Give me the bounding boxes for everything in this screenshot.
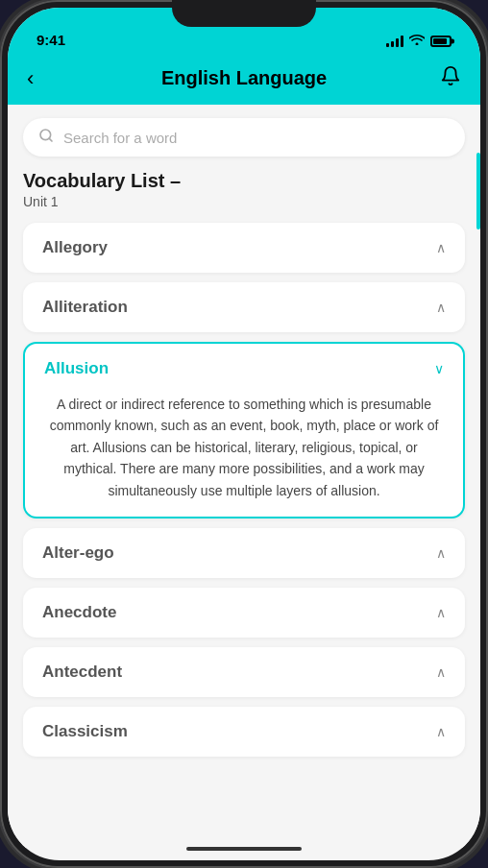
vocab-item-classicism[interactable]: Classicism∧	[23, 707, 465, 757]
section-heading: Vocabulary List – Unit 1	[23, 170, 465, 209]
vocab-header-alliteration[interactable]: Alliteration∧	[23, 282, 465, 332]
vocab-word-alter-ego: Alter-ego	[42, 543, 114, 563]
status-time: 9:41	[37, 32, 65, 48]
vocab-word-allusion: Allusion	[44, 359, 109, 378]
vocab-header-alter-ego[interactable]: Alter-ego∧	[23, 528, 465, 578]
notification-bell-button[interactable]	[432, 65, 461, 91]
phone-frame: 9:41 ‹ English Langua	[0, 0, 488, 868]
search-icon	[38, 128, 54, 147]
content-area: Search for a word Vocabulary List – Unit…	[8, 105, 480, 848]
vocab-word-classicism: Classicism	[42, 722, 128, 741]
vocab-item-allusion[interactable]: Allusion∨A direct or indirect reference …	[23, 342, 465, 518]
vocab-item-allegory[interactable]: Allegory∧	[23, 223, 465, 273]
battery-fill	[433, 38, 447, 44]
notch	[172, 0, 316, 27]
vocab-definition-allusion: A direct or indirect reference to someth…	[25, 394, 463, 517]
vocab-header-allegory[interactable]: Allegory∧	[23, 223, 465, 273]
vocab-word-allegory: Allegory	[42, 238, 108, 257]
screen: 9:41 ‹ English Langua	[8, 8, 480, 860]
vocab-header-anecdote[interactable]: Anecdote∧	[23, 588, 465, 638]
vocab-chevron-antecdent: ∧	[436, 664, 446, 680]
section-subtitle: Unit 1	[23, 194, 465, 209]
signal-icon	[386, 36, 403, 47]
vocab-chevron-allusion: ∨	[434, 361, 444, 376]
vocab-header-allusion[interactable]: Allusion∨	[25, 344, 463, 394]
battery-icon	[430, 36, 451, 47]
vocab-word-antecdent: Antecdent	[42, 663, 122, 682]
vocab-chevron-allegory: ∧	[436, 240, 446, 255]
scroll-track	[476, 153, 480, 229]
vocab-word-anecdote: Anecdote	[42, 603, 116, 622]
vocab-chevron-classicism: ∧	[436, 724, 446, 739]
vocabulary-list: Allegory∧Alliteration∧Allusion∨A direct …	[23, 223, 465, 757]
vocab-chevron-alter-ego: ∧	[436, 545, 446, 561]
search-placeholder: Search for a word	[63, 130, 177, 146]
home-indicator	[186, 847, 302, 851]
vocab-header-classicism[interactable]: Classicism∧	[23, 707, 465, 757]
vocab-chevron-alliteration: ∧	[436, 300, 446, 315]
section-title: Vocabulary List –	[23, 170, 465, 192]
vocab-chevron-anecdote: ∧	[436, 605, 446, 620]
vocab-item-alter-ego[interactable]: Alter-ego∧	[23, 528, 465, 578]
back-button[interactable]: ‹	[27, 66, 56, 91]
vocab-item-anecdote[interactable]: Anecdote∧	[23, 588, 465, 638]
wifi-icon	[409, 34, 425, 48]
vocab-header-antecdent[interactable]: Antecdent∧	[23, 647, 465, 697]
svg-line-1	[49, 138, 52, 141]
header-title: English Language	[56, 67, 432, 89]
vocab-word-alliteration: Alliteration	[42, 298, 128, 317]
header: ‹ English Language	[8, 56, 480, 105]
vocab-item-antecdent[interactable]: Antecdent∧	[23, 647, 465, 697]
vocab-item-alliteration[interactable]: Alliteration∧	[23, 282, 465, 332]
search-bar[interactable]: Search for a word	[23, 118, 465, 157]
status-icons	[386, 34, 451, 48]
